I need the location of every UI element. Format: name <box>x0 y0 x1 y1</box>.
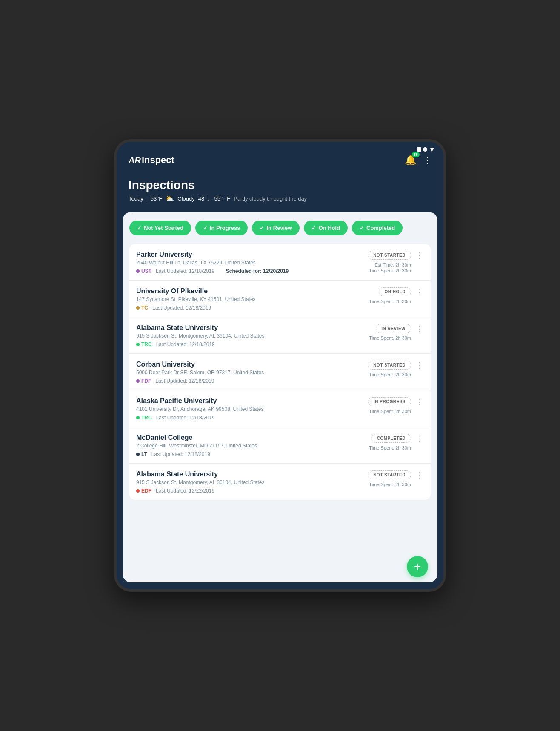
tag-dot <box>136 489 140 493</box>
inspection-name: Parker University <box>136 251 363 258</box>
inspection-item[interactable]: Alabama State University 915 S Jackson S… <box>129 317 431 354</box>
more-options-button[interactable]: ⋮ <box>414 435 424 442</box>
scheduled-value: Scheduled for: 12/20/2019 <box>226 268 289 274</box>
inspection-address: 2540 Walnut Hill Ln, Dallas, TX 75229, U… <box>136 260 363 266</box>
status-badge: NOT STARTED <box>368 361 411 370</box>
tag-badge: UST <box>136 268 151 274</box>
more-options-button[interactable]: ⋮ <box>414 252 424 259</box>
status-area: ON HOLD Time Spent. 2h 30m <box>369 287 411 304</box>
check-icon: ✓ <box>203 225 207 231</box>
more-options-button[interactable]: ⋮ <box>414 288 424 296</box>
more-options-button[interactable]: ⋮ <box>414 398 424 406</box>
filter-on-hold[interactable]: ✓ On Hold <box>304 221 348 235</box>
tag-badge: FDF <box>136 378 151 384</box>
inspection-address: 2 College Hill, Westminster, MD 21157, U… <box>136 443 364 449</box>
inspection-address: 5000 Deer Park Dr SE, Salem, OR 97317, U… <box>136 370 363 376</box>
weather-temp: 53°F <box>151 195 163 202</box>
device-frame: ▼ AR Inspect 🔔 58 ⋮ Inspections Today 53… <box>114 139 446 592</box>
inspection-item[interactable]: Alabama State University 915 S Jackson S… <box>129 464 431 500</box>
inspection-name: Alabama State University <box>136 324 364 332</box>
time-info: Time Spent. 2h 30m <box>369 298 411 304</box>
tag-text: TC <box>141 305 148 311</box>
more-options-button[interactable]: ⋮ <box>414 361 424 369</box>
tag-dot <box>136 269 140 273</box>
filter-bar: ✓ Not Yet Started ✓ In Progress ✓ In Rev… <box>129 221 431 235</box>
wifi-icon <box>423 147 427 152</box>
menu-icon[interactable]: ⋮ <box>423 155 431 165</box>
status-badge: IN PROGRESS <box>368 397 411 406</box>
last-updated-label: Last Updated: 12/18/2019 <box>155 378 214 384</box>
time-info: Time Spent. 2h 30m <box>369 408 411 414</box>
inspection-meta: TRC Last Updated: 12/18/2019 <box>136 415 363 421</box>
check-icon: ✓ <box>137 225 141 231</box>
tag-text: EDF <box>141 488 151 494</box>
status-area: NOT STARTED Time Spent. 2h 30m <box>368 470 411 487</box>
status-bar: ▼ <box>117 142 443 155</box>
tag-badge: LT <box>136 451 147 457</box>
inspection-item[interactable]: University Of Pikeville 147 Sycamore St,… <box>129 281 431 317</box>
status-area: NOT STARTED Time Spent. 2h 30m <box>368 361 411 377</box>
inspection-right: ON HOLD Time Spent. 2h 30m ⋮ <box>369 287 424 304</box>
weather-bar: Today 53°F ⛅ Cloudy 48°↓ - 55°↑ F Partly… <box>129 195 431 203</box>
inspection-name: Alabama State University <box>136 470 363 478</box>
time-spent: Time Spent. 2h 30m <box>369 445 411 450</box>
inspection-right: NOT STARTED Time Spent. 2h 30m ⋮ <box>368 470 424 487</box>
filter-not-yet-started[interactable]: ✓ Not Yet Started <box>129 221 191 235</box>
inspection-meta: FDF Last Updated: 12/18/2019 <box>136 378 363 384</box>
weather-description: Partly cloudy throught the day <box>234 195 307 202</box>
inspection-item[interactable]: Corban University 5000 Deer Park Dr SE, … <box>129 354 431 390</box>
header: AR Inspect 🔔 58 ⋮ <box>117 155 443 174</box>
time-spent: Time Spent. 2h 30m <box>369 482 411 487</box>
inspection-address: 915 S Jackson St, Montgomery, AL 36104, … <box>136 333 364 339</box>
status-badge: NOT STARTED <box>368 251 411 260</box>
last-updated-label: Last Updated: 12/18/2019 <box>152 305 211 311</box>
tag-dot <box>136 343 140 346</box>
inspection-meta: TRC Last Updated: 12/18/2019 <box>136 341 364 347</box>
filter-label-not-yet-started: Not Yet Started <box>144 225 183 231</box>
tag-text: TRC <box>141 415 152 421</box>
status-area: NOT STARTED Est Time. 2h 30m Time Spent.… <box>368 251 411 273</box>
add-button[interactable]: + <box>407 556 428 577</box>
filter-label-on-hold: On Hold <box>318 225 340 231</box>
signal-icon: ▼ <box>429 146 435 153</box>
scheduled-label <box>219 268 222 274</box>
time-info: Time Spent. 2h 30m <box>369 335 411 341</box>
tag-dot <box>136 379 140 383</box>
time-info: Est Time. 2h 30m Time Spent. 2h 30m <box>369 261 411 273</box>
time-spent: Time Spent. 2h 30m <box>369 335 411 341</box>
inspection-left: Alabama State University 915 S Jackson S… <box>136 324 364 347</box>
status-area: IN REVIEW Time Spent. 2h 30m <box>369 324 411 341</box>
status-area: IN PROGRESS Time Spent. 2h 30m <box>368 397 411 414</box>
time-spent: Time Spent. 2h 30m <box>369 409 411 414</box>
inspection-right: IN REVIEW Time Spent. 2h 30m ⋮ <box>369 324 424 341</box>
filter-in-review[interactable]: ✓ In Review <box>252 221 300 235</box>
inspection-item[interactable]: Alaska Pacific University 4101 Universit… <box>129 390 431 427</box>
tag-text: UST <box>141 268 151 274</box>
inspection-left: Parker University 2540 Walnut Hill Ln, D… <box>136 251 363 274</box>
page-title: Inspections <box>129 178 431 192</box>
inspection-meta: LT Last Updated: 12/18/2019 <box>136 451 364 457</box>
filter-label-completed: Completed <box>366 225 395 231</box>
last-updated-label: Last Updated: 12/18/2019 <box>156 415 215 421</box>
inspection-right: NOT STARTED Est Time. 2h 30m Time Spent.… <box>368 251 424 273</box>
logo: AR Inspect <box>129 155 174 166</box>
filter-completed[interactable]: ✓ Completed <box>352 221 403 235</box>
tag-text: TRC <box>141 341 152 347</box>
last-updated-label: Last Updated: 12/18/2019 <box>156 268 214 274</box>
inspection-item[interactable]: Parker University 2540 Walnut Hill Ln, D… <box>129 244 431 281</box>
filter-in-progress[interactable]: ✓ In Progress <box>195 221 248 235</box>
inspection-item[interactable]: McDaniel College 2 College Hill, Westmin… <box>129 427 431 464</box>
status-badge: ON HOLD <box>379 287 411 296</box>
weather-divider <box>147 196 147 202</box>
status-area: COMPLETED Time Spent. 2h 30m <box>369 434 411 450</box>
page-title-section: Inspections Today 53°F ⛅ Cloudy 48°↓ - 5… <box>117 174 443 205</box>
status-badge: NOT STARTED <box>368 470 411 479</box>
last-updated-label: Last Updated: 12/22/2019 <box>156 488 214 494</box>
more-options-button[interactable]: ⋮ <box>414 325 424 333</box>
more-options-button[interactable]: ⋮ <box>414 471 424 479</box>
inspection-left: McDaniel College 2 College Hill, Westmin… <box>136 434 364 457</box>
notification-badge: 58 <box>412 152 420 157</box>
tag-text: LT <box>141 451 147 457</box>
inspection-meta: TC Last Updated: 12/18/2019 <box>136 305 364 311</box>
notifications-button[interactable]: 🔔 58 <box>405 155 416 166</box>
